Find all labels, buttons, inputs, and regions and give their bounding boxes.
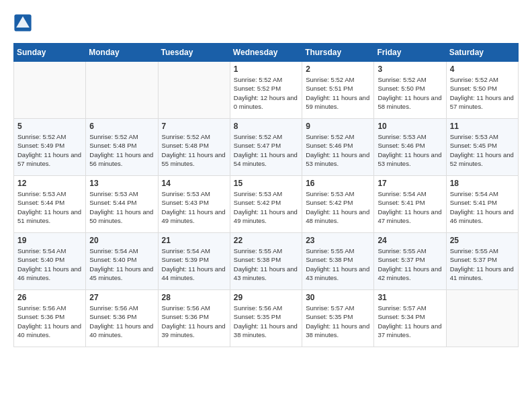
day-number: 3 — [378, 64, 442, 74]
calendar-header-row: SundayMondayTuesdayWednesdayThursdayFrid… — [14, 44, 519, 62]
week-row-1: 5Sunrise: 5:52 AMSunset: 5:49 PMDaylight… — [14, 119, 519, 176]
col-header-sunday: Sunday — [14, 44, 86, 62]
day-number: 15 — [234, 179, 298, 188]
calendar-cell: 22Sunrise: 5:55 AMSunset: 5:38 PMDayligh… — [230, 233, 302, 290]
day-info: Sunrise: 5:53 AMSunset: 5:43 PMDaylight:… — [162, 189, 226, 225]
day-info: Sunrise: 5:56 AMSunset: 5:36 PMDaylight:… — [89, 304, 154, 339]
day-number: 23 — [306, 236, 370, 245]
day-number: 11 — [450, 122, 515, 131]
day-info: Sunrise: 5:55 AMSunset: 5:38 PMDaylight:… — [306, 246, 370, 282]
day-info: Sunrise: 5:56 AMSunset: 5:36 PMDaylight:… — [162, 304, 226, 339]
day-info: Sunrise: 5:52 AMSunset: 5:48 PMDaylight:… — [162, 132, 226, 168]
day-info: Sunrise: 5:55 AMSunset: 5:37 PMDaylight:… — [450, 246, 515, 282]
calendar-cell: 23Sunrise: 5:55 AMSunset: 5:38 PMDayligh… — [302, 233, 374, 290]
calendar-cell — [446, 290, 518, 347]
day-number: 27 — [89, 293, 154, 302]
calendar-cell: 30Sunrise: 5:57 AMSunset: 5:35 PMDayligh… — [302, 290, 374, 347]
day-number: 28 — [162, 293, 226, 302]
day-info: Sunrise: 5:53 AMSunset: 5:46 PMDaylight:… — [378, 132, 442, 168]
calendar-cell: 24Sunrise: 5:55 AMSunset: 5:37 PMDayligh… — [374, 233, 446, 290]
day-number: 2 — [306, 64, 370, 74]
day-number: 22 — [234, 236, 298, 245]
calendar-cell: 18Sunrise: 5:54 AMSunset: 5:41 PMDayligh… — [446, 176, 518, 233]
calendar-cell: 29Sunrise: 5:56 AMSunset: 5:35 PMDayligh… — [230, 290, 302, 347]
week-row-3: 19Sunrise: 5:54 AMSunset: 5:40 PMDayligh… — [14, 233, 519, 290]
day-number: 24 — [378, 236, 442, 245]
calendar-cell: 2Sunrise: 5:52 AMSunset: 5:51 PMDaylight… — [302, 62, 374, 119]
day-number: 6 — [89, 122, 154, 131]
day-number: 18 — [450, 179, 515, 188]
col-header-thursday: Thursday — [302, 44, 374, 62]
calendar-cell: 10Sunrise: 5:53 AMSunset: 5:46 PMDayligh… — [374, 119, 446, 176]
day-info: Sunrise: 5:54 AMSunset: 5:39 PMDaylight:… — [162, 246, 226, 282]
day-number: 12 — [17, 179, 82, 188]
day-info: Sunrise: 5:56 AMSunset: 5:35 PMDaylight:… — [234, 304, 298, 339]
calendar-cell: 7Sunrise: 5:52 AMSunset: 5:48 PMDaylight… — [158, 119, 230, 176]
calendar-cell: 26Sunrise: 5:56 AMSunset: 5:36 PMDayligh… — [14, 290, 86, 347]
day-info: Sunrise: 5:52 AMSunset: 5:52 PMDaylight:… — [234, 75, 298, 111]
day-number: 13 — [89, 179, 154, 188]
day-number: 17 — [378, 179, 442, 188]
day-info: Sunrise: 5:57 AMSunset: 5:34 PMDaylight:… — [378, 304, 442, 339]
calendar-cell: 9Sunrise: 5:52 AMSunset: 5:46 PMDaylight… — [302, 119, 374, 176]
day-info: Sunrise: 5:52 AMSunset: 5:48 PMDaylight:… — [89, 132, 154, 168]
day-info: Sunrise: 5:53 AMSunset: 5:42 PMDaylight:… — [306, 189, 370, 225]
day-number: 30 — [306, 293, 370, 302]
calendar-cell: 8Sunrise: 5:52 AMSunset: 5:47 PMDaylight… — [230, 119, 302, 176]
day-info: Sunrise: 5:52 AMSunset: 5:49 PMDaylight:… — [17, 132, 82, 168]
day-number: 10 — [378, 122, 442, 131]
calendar-cell: 1Sunrise: 5:52 AMSunset: 5:52 PMDaylight… — [230, 62, 302, 119]
day-info: Sunrise: 5:52 AMSunset: 5:51 PMDaylight:… — [306, 75, 370, 111]
day-number: 1 — [234, 64, 298, 74]
day-info: Sunrise: 5:52 AMSunset: 5:47 PMDaylight:… — [234, 132, 298, 168]
calendar-cell: 28Sunrise: 5:56 AMSunset: 5:36 PMDayligh… — [158, 290, 230, 347]
col-header-saturday: Saturday — [446, 44, 518, 62]
day-info: Sunrise: 5:53 AMSunset: 5:44 PMDaylight:… — [17, 189, 82, 225]
calendar-cell: 11Sunrise: 5:53 AMSunset: 5:45 PMDayligh… — [446, 119, 518, 176]
calendar-cell: 16Sunrise: 5:53 AMSunset: 5:42 PMDayligh… — [302, 176, 374, 233]
calendar-cell: 4Sunrise: 5:52 AMSunset: 5:50 PMDaylight… — [446, 62, 518, 119]
day-number: 25 — [450, 236, 515, 245]
calendar-cell: 13Sunrise: 5:53 AMSunset: 5:44 PMDayligh… — [86, 176, 158, 233]
day-number: 8 — [234, 122, 298, 131]
day-info: Sunrise: 5:53 AMSunset: 5:44 PMDaylight:… — [89, 189, 154, 225]
day-number: 31 — [378, 293, 442, 302]
week-row-2: 12Sunrise: 5:53 AMSunset: 5:44 PMDayligh… — [14, 176, 519, 233]
day-number: 9 — [306, 122, 370, 131]
calendar-cell: 12Sunrise: 5:53 AMSunset: 5:44 PMDayligh… — [14, 176, 86, 233]
day-info: Sunrise: 5:54 AMSunset: 5:41 PMDaylight:… — [378, 189, 442, 225]
day-info: Sunrise: 5:54 AMSunset: 5:40 PMDaylight:… — [89, 246, 154, 282]
calendar-cell — [86, 62, 158, 119]
logo — [13, 13, 35, 32]
col-header-friday: Friday — [374, 44, 446, 62]
day-info: Sunrise: 5:55 AMSunset: 5:37 PMDaylight:… — [378, 246, 442, 282]
day-info: Sunrise: 5:54 AMSunset: 5:41 PMDaylight:… — [450, 189, 515, 225]
week-row-4: 26Sunrise: 5:56 AMSunset: 5:36 PMDayligh… — [14, 290, 519, 347]
calendar-cell: 3Sunrise: 5:52 AMSunset: 5:50 PMDaylight… — [374, 62, 446, 119]
calendar-cell: 20Sunrise: 5:54 AMSunset: 5:40 PMDayligh… — [86, 233, 158, 290]
day-info: Sunrise: 5:57 AMSunset: 5:35 PMDaylight:… — [306, 304, 370, 339]
calendar-cell: 15Sunrise: 5:53 AMSunset: 5:42 PMDayligh… — [230, 176, 302, 233]
logo-icon — [13, 13, 32, 32]
calendar-table: SundayMondayTuesdayWednesdayThursdayFrid… — [13, 43, 519, 347]
day-info: Sunrise: 5:52 AMSunset: 5:46 PMDaylight:… — [306, 132, 370, 168]
day-number: 4 — [450, 64, 515, 74]
day-info: Sunrise: 5:53 AMSunset: 5:42 PMDaylight:… — [234, 189, 298, 225]
calendar-cell: 14Sunrise: 5:53 AMSunset: 5:43 PMDayligh… — [158, 176, 230, 233]
calendar-cell: 19Sunrise: 5:54 AMSunset: 5:40 PMDayligh… — [14, 233, 86, 290]
day-info: Sunrise: 5:52 AMSunset: 5:50 PMDaylight:… — [450, 75, 515, 111]
day-number: 19 — [17, 236, 82, 245]
day-number: 5 — [17, 122, 82, 131]
day-info: Sunrise: 5:54 AMSunset: 5:40 PMDaylight:… — [17, 246, 82, 282]
day-number: 21 — [162, 236, 226, 245]
day-info: Sunrise: 5:55 AMSunset: 5:38 PMDaylight:… — [234, 246, 298, 282]
day-number: 26 — [17, 293, 82, 302]
calendar-cell — [14, 62, 86, 119]
calendar-cell — [158, 62, 230, 119]
day-info: Sunrise: 5:56 AMSunset: 5:36 PMDaylight:… — [17, 304, 82, 339]
week-row-0: 1Sunrise: 5:52 AMSunset: 5:52 PMDaylight… — [14, 62, 519, 119]
calendar-cell: 31Sunrise: 5:57 AMSunset: 5:34 PMDayligh… — [374, 290, 446, 347]
day-info: Sunrise: 5:52 AMSunset: 5:50 PMDaylight:… — [378, 75, 442, 111]
calendar-cell: 17Sunrise: 5:54 AMSunset: 5:41 PMDayligh… — [374, 176, 446, 233]
day-number: 14 — [162, 179, 226, 188]
